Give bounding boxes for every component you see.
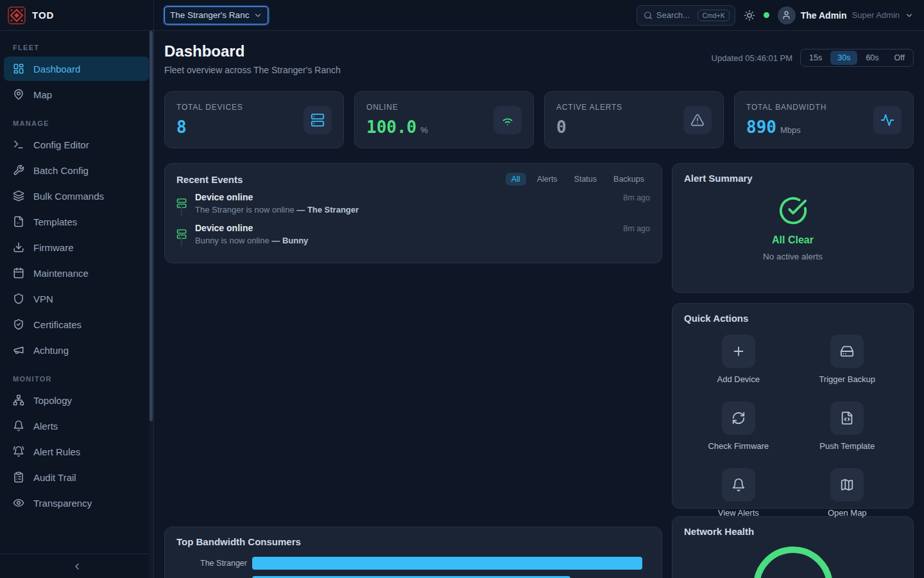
sidebar-item-templates[interactable]: Templates — [4, 209, 150, 234]
page-header: Dashboard Fleet overview across The Stra… — [164, 42, 914, 75]
recent-events-header: Recent Events All Alerts Status Backups — [176, 173, 650, 186]
open-map-button[interactable]: Open Map — [793, 468, 902, 518]
event-device: — Bunny — [271, 236, 308, 245]
event-time: 8m ago — [623, 193, 650, 202]
action-tile — [722, 468, 755, 502]
panel-title: Top Bandwidth Consumers — [176, 536, 301, 547]
sidebar-item-batch-config[interactable]: Batch Config — [4, 158, 150, 182]
wifi-icon — [501, 113, 515, 127]
workspace-selected-value: The Stranger's Ranch — [170, 10, 250, 20]
event-rail — [176, 192, 187, 215]
theme-toggle-sun-icon[interactable] — [744, 10, 755, 21]
sidebar-section-monitor: MONITOR Topology Alerts Alert Rules Audi… — [0, 370, 153, 515]
sidebar-item-alert-rules[interactable]: Alert Rules — [4, 439, 150, 464]
sidebar-section-fleet: FLEET Dashboard Map — [0, 39, 153, 107]
sidebar-item-dashboard[interactable]: Dashboard — [4, 57, 150, 81]
sidebar-item-alerts[interactable]: Alerts — [4, 414, 150, 438]
stat-card-active-alerts: ACTIVE ALERTS 0 — [544, 91, 724, 148]
sidebar-item-maintenance[interactable]: Maintenance — [4, 261, 150, 285]
refresh-off-button[interactable]: Off — [887, 51, 912, 65]
topbar: The Stranger's Ranch Cmd+K The Admin Sup… — [154, 0, 924, 31]
event-time: 8m ago — [623, 224, 650, 233]
panel-title: Network Health — [684, 526, 754, 537]
alert-status: All Clear — [772, 234, 814, 246]
event-message: Bunny is now online — [195, 236, 270, 245]
push-template-button[interactable]: Push Template — [793, 401, 902, 451]
stat-unit: Mbps — [780, 125, 801, 135]
refresh-15s-button[interactable]: 15s — [802, 51, 829, 65]
sidebar-scrollbar-track — [149, 31, 153, 578]
dashboard-icon — [13, 63, 24, 74]
event-title: Device online — [195, 223, 253, 233]
event-top: Device online 8m ago — [195, 192, 650, 202]
tab-all[interactable]: All — [506, 173, 526, 186]
refresh-interval-switcher: 15s 30s 60s Off — [800, 49, 914, 67]
refresh-30s-button[interactable]: 30s — [830, 51, 857, 65]
sidebar-item-firmware[interactable]: Firmware — [4, 235, 150, 259]
sidebar-item-label: Maintenance — [33, 268, 89, 279]
action-tile — [722, 335, 755, 368]
sidebar-item-label: Firmware — [33, 242, 74, 253]
page-subtitle: Fleet overview across The Stranger's Ran… — [164, 65, 341, 75]
wrench-icon — [13, 164, 24, 176]
sidebar-collapse-button[interactable] — [0, 554, 153, 578]
user-icon — [782, 10, 791, 20]
sidebar-item-audit-trail[interactable]: Audit Trail — [4, 465, 150, 489]
sidebar-item-map[interactable]: Map — [4, 82, 150, 107]
alert-detail: No active alerts — [763, 252, 823, 261]
trigger-backup-button[interactable]: Trigger Backup — [793, 335, 902, 384]
action-label: Check Firmware — [708, 441, 769, 451]
workspace-select[interactable]: The Stranger's Ranch — [164, 6, 268, 24]
event-description: Bunny is now online — Bunny — [195, 236, 650, 245]
right-column: Alert Summary All Clear No active alerts… — [672, 163, 914, 578]
quick-actions-panel: Quick Actions Add Device Trigger Backup — [672, 303, 914, 509]
sidebar-item-topology[interactable]: Topology — [4, 388, 150, 412]
timeline-line — [181, 205, 182, 216]
clipboard-list-icon — [13, 471, 24, 483]
page-title: Dashboard — [164, 42, 341, 60]
sidebar-item-certificates[interactable]: Certificates — [4, 312, 150, 337]
sidebar-item-label: Bulk Commands — [33, 191, 104, 202]
timeline-line — [181, 236, 182, 247]
gauge: 100 — [753, 547, 833, 578]
stat-icon-box — [493, 106, 522, 134]
tab-status[interactable]: Status — [569, 173, 603, 186]
stat-card-total-devices: TOTAL DEVICES 8 — [164, 91, 344, 148]
quick-actions-grid: Add Device Trigger Backup Check Firmware — [684, 335, 902, 518]
layers-icon — [13, 190, 24, 202]
section-label-fleet: FLEET — [0, 39, 153, 55]
bell-ring-icon — [13, 446, 24, 457]
main-content: Dashboard Fleet overview across The Stra… — [154, 31, 924, 578]
sidebar-item-config-editor[interactable]: Config Editor — [4, 132, 150, 157]
download-icon — [13, 241, 24, 253]
refresh-60s-button[interactable]: 60s — [859, 51, 886, 65]
tab-backups[interactable]: Backups — [608, 173, 650, 186]
stats-row: TOTAL DEVICES 8 ONLINE 100.0 % ACTIVE AL… — [164, 91, 914, 148]
sidebar-item-vpn[interactable]: VPN — [4, 286, 150, 311]
section-label-monitor: MONITOR — [0, 370, 153, 387]
sidebar-scrollbar-thumb[interactable] — [150, 31, 153, 421]
sidebar-item-label: Audit Trail — [33, 472, 76, 483]
search-box[interactable]: Cmd+K — [637, 5, 735, 26]
view-alerts-button[interactable]: View Alerts — [684, 468, 793, 518]
user-menu[interactable]: The Admin Super Admin — [778, 6, 914, 24]
action-label: Trigger Backup — [819, 374, 875, 384]
hard-drive-icon — [840, 344, 854, 358]
activity-icon — [880, 113, 894, 127]
event-row: Device online 8m ago The Stranger is now… — [176, 192, 650, 223]
sidebar-nav: FLEET Dashboard Map MANAGE Config Editor… — [0, 31, 153, 515]
sidebar-item-bulk-commands[interactable]: Bulk Commands — [4, 184, 150, 208]
panel-title: Alert Summary — [684, 173, 753, 184]
page-header-left: Dashboard Fleet overview across The Stra… — [164, 42, 341, 75]
chevron-down-icon — [253, 11, 262, 20]
tab-alerts[interactable]: Alerts — [531, 173, 563, 186]
dashboard-columns: Recent Events All Alerts Status Backups — [164, 163, 914, 578]
sidebar-item-achtung[interactable]: Achtung — [4, 338, 150, 362]
search-input[interactable] — [656, 10, 694, 20]
check-firmware-button[interactable]: Check Firmware — [684, 401, 793, 451]
sidebar-item-label: Batch Config — [33, 165, 89, 176]
calendar-icon — [13, 267, 24, 279]
add-device-button[interactable]: Add Device — [684, 335, 793, 384]
sidebar-item-transparency[interactable]: Transparency — [4, 491, 150, 515]
event-top: Device online 8m ago — [195, 223, 650, 233]
